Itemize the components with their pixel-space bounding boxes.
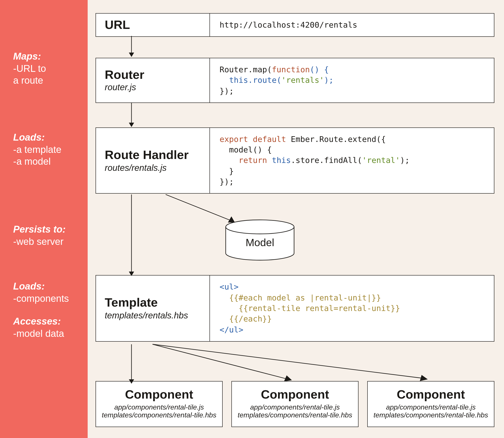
sidebar-block-loads2: Loads: -components [13, 280, 83, 304]
svg-marker-15 [420, 375, 428, 381]
arrow-template-to-comp1 [127, 344, 136, 384]
route-handler-code: export default Ember.Route.extend({ mode… [210, 128, 494, 193]
svg-line-14 [153, 344, 424, 378]
template-box: Template templates/rentals.hbs <ul> {{#e… [96, 275, 494, 342]
svg-marker-1 [129, 53, 134, 57]
svg-marker-11 [129, 379, 134, 384]
sidebar-head: Maps: [13, 50, 83, 62]
url-code: http://localhost:4200/rentals [210, 14, 494, 36]
arrow-route-to-template [127, 195, 136, 276]
router-box: Router router.js Router.map(function() {… [96, 58, 494, 103]
svg-marker-3 [129, 123, 134, 127]
component-3: Component app/components/rental-tile.js … [367, 381, 494, 427]
components-row: Component app/components/rental-tile.js … [96, 381, 494, 427]
diagram-main: URL http://localhost:4200/rentals Router… [96, 13, 494, 427]
route-handler-box: Route Handler routes/rentals.js export d… [96, 127, 494, 194]
router-label: Router router.js [96, 58, 210, 102]
sidebar-block-maps: Maps: -URL to a route [13, 50, 83, 87]
template-code: <ul> {{#each model as |rental-unit|}} {{… [210, 276, 494, 341]
url-label: URL [96, 14, 210, 36]
url-box: URL http://localhost:4200/rentals [96, 13, 494, 37]
arrow-url-to-router [127, 36, 136, 57]
sidebar: Maps: -URL to a route Loads: -a template… [0, 0, 88, 438]
template-label: Template templates/rentals.hbs [96, 276, 210, 341]
sidebar-block-loads1: Loads: -a template -a model [13, 131, 83, 167]
arrow-template-to-comp3 [153, 344, 433, 384]
model-cylinder: Model [223, 219, 297, 264]
svg-marker-5 [129, 272, 134, 276]
svg-line-6 [166, 195, 231, 221]
component-2: Component app/components/rental-tile.js … [231, 381, 358, 427]
sidebar-block-accesses: Accesses: -model data [13, 315, 83, 339]
sidebar-block-persists: Persists to: -web server [13, 223, 83, 247]
arrow-router-to-route [127, 102, 136, 127]
router-code: Router.map(function() { this.route('rent… [210, 58, 494, 102]
component-1: Component app/components/rental-tile.js … [96, 381, 223, 427]
route-handler-label: Route Handler routes/rentals.js [96, 128, 210, 193]
model-label: Model [223, 237, 297, 249]
